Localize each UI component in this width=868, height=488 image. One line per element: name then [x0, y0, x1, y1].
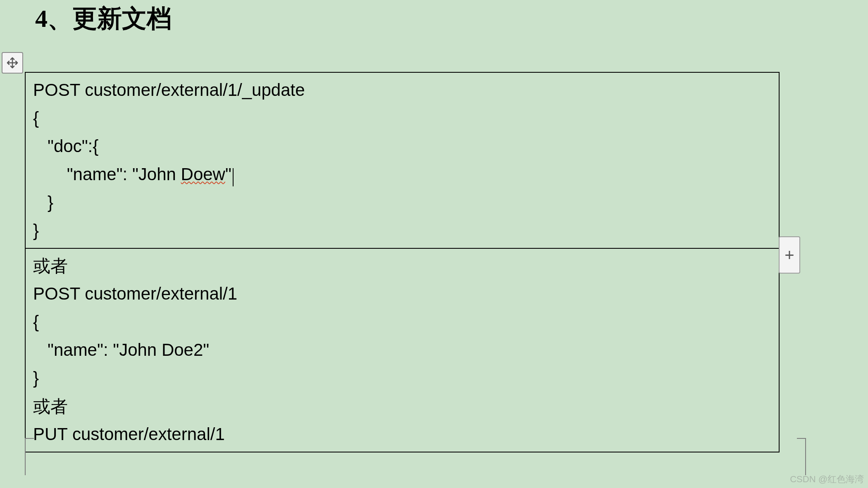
- watermark-text: CSDN @红色海湾: [790, 473, 864, 486]
- code-line: POST customer/external/1: [33, 280, 771, 308]
- code-line: }: [33, 188, 771, 217]
- text-cursor-icon: [232, 168, 234, 186]
- page-margin-corner-br: [769, 438, 806, 475]
- code-line: "doc":{: [33, 132, 771, 160]
- code-line: POST customer/external/1/_update: [33, 76, 771, 104]
- table-cell-2[interactable]: 或者 POST customer/external/1 { "name": "J…: [26, 249, 779, 452]
- code-line: {: [33, 308, 771, 336]
- table-cell-1[interactable]: POST customer/external/1/_update { "doc"…: [26, 73, 779, 249]
- code-table: POST customer/external/1/_update { "doc"…: [25, 72, 780, 452]
- page-margin-corner-bl: [25, 438, 62, 475]
- add-row-button[interactable]: +: [779, 236, 800, 274]
- code-line: }: [33, 364, 771, 392]
- plus-icon: +: [785, 247, 794, 263]
- text-line: 或者: [33, 393, 771, 420]
- text-line: 或者: [33, 252, 771, 280]
- code-text: ": [225, 164, 231, 184]
- code-line: }: [33, 217, 771, 245]
- move-arrows-icon: [6, 56, 19, 69]
- page-root: 4、更新文档 POST customer/external/1/_update …: [0, 0, 868, 488]
- code-line: PUT customer/external/1: [33, 420, 771, 448]
- move-handle-icon[interactable]: [2, 52, 23, 74]
- code-text: "name": "John: [33, 164, 181, 184]
- code-line: "name": "John Doe2": [33, 336, 771, 364]
- spell-error-text: Doew: [181, 164, 225, 184]
- code-line: {: [33, 104, 771, 132]
- section-heading: 4、更新文档: [35, 2, 172, 36]
- code-line: "name": "John Doew": [33, 160, 771, 188]
